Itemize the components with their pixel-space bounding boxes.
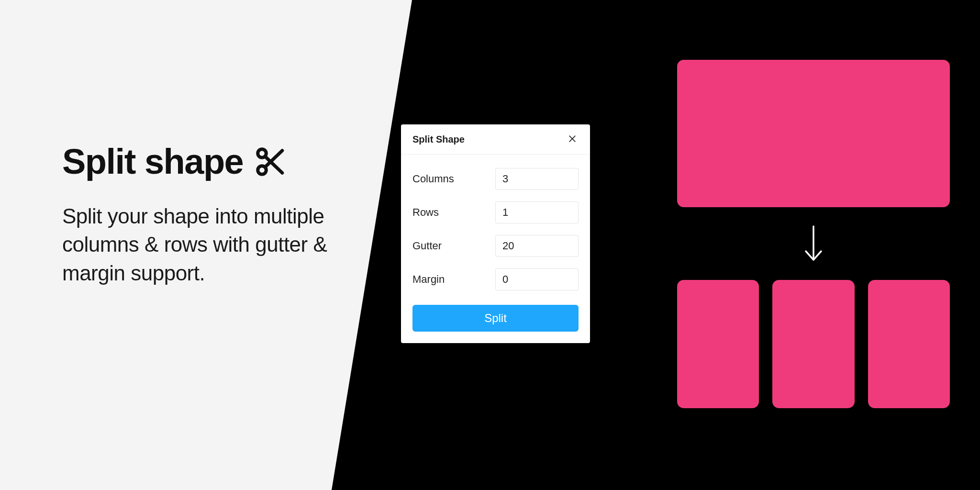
panel-body: Columns Rows Gutter Margin Split xyxy=(401,155,590,343)
promo-stage: Split shape Split your shape into multip… xyxy=(0,0,980,490)
field-row-margin: Margin xyxy=(412,263,579,296)
hero-title-text: Split shape xyxy=(62,141,243,182)
split-illustration xyxy=(677,60,950,408)
margin-label: Margin xyxy=(412,273,445,286)
rows-input[interactable] xyxy=(495,201,579,223)
panel-header: Split Shape xyxy=(401,124,590,155)
columns-label: Columns xyxy=(412,173,454,185)
scissors-icon xyxy=(254,145,287,178)
gutter-label: Gutter xyxy=(412,240,442,252)
split-result-row xyxy=(677,280,950,408)
field-row-rows: Rows xyxy=(412,196,579,229)
split-piece-1 xyxy=(677,280,759,408)
split-shape-panel: Split Shape Columns Rows Gutte xyxy=(401,124,590,343)
field-row-gutter: Gutter xyxy=(412,229,579,263)
split-piece-3 xyxy=(868,280,950,408)
hero-description: Split your shape into multiple columns &… xyxy=(62,202,368,287)
arrow-down-icon xyxy=(677,224,950,263)
original-shape-rect xyxy=(677,60,950,207)
close-icon xyxy=(568,134,577,145)
hero-title: Split shape xyxy=(62,141,368,182)
gutter-input[interactable] xyxy=(495,235,579,257)
split-piece-2 xyxy=(772,280,854,408)
field-row-columns: Columns xyxy=(412,162,579,196)
panel-title: Split Shape xyxy=(412,134,465,145)
rows-label: Rows xyxy=(412,206,439,219)
hero-text-block: Split shape Split your shape into multip… xyxy=(62,141,368,287)
close-button[interactable] xyxy=(566,133,579,145)
margin-input[interactable] xyxy=(495,268,579,290)
split-button[interactable]: Split xyxy=(412,305,579,332)
columns-input[interactable] xyxy=(495,168,579,190)
